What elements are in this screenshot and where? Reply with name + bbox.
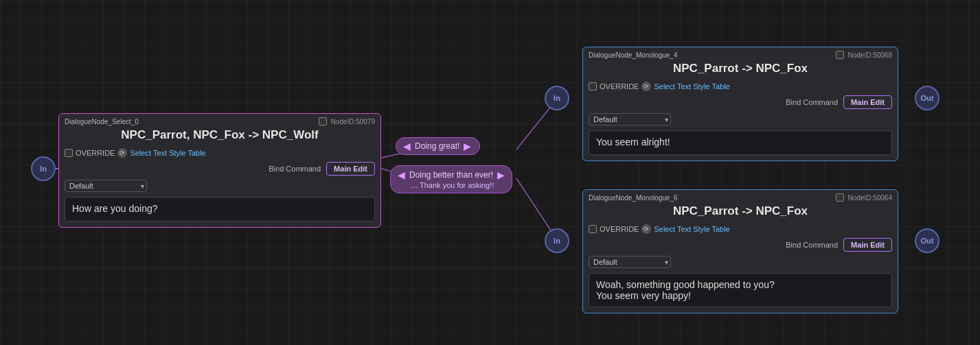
select-bind-command-label: Bind Command (269, 165, 321, 173)
choice-bottom-subtext: ... Thank you for asking!! (398, 181, 494, 189)
mono4-text-style-link[interactable]: Select Text Style Table (654, 82, 729, 91)
mono4-node-title: NPC_Parrot -> NPC_Fox (583, 60, 898, 80)
mono4-default-dropdown[interactable]: Default (589, 113, 671, 126)
mono6-in-connector[interactable]: In (545, 228, 569, 253)
select-text-style-link[interactable]: Select Text Style Table (130, 149, 205, 157)
monologue-6-node: DialogueNode_Monologue_6 NodeID:50064 NP… (582, 189, 898, 313)
select-default-dropdown[interactable]: Default (65, 180, 147, 192)
mono6-default-row: Default (583, 254, 898, 270)
choice-bubble-bottom[interactable]: ◀ Doing better than ever! ▶ ... Thank yo… (390, 165, 512, 193)
select-default-row: Default (59, 178, 380, 194)
mono4-header: DialogueNode_Monologue_4 NodeID:50068 (583, 47, 898, 60)
select-node-title: NPC_Parrot, NPC_Fox -> NPC_Wolf (59, 127, 380, 146)
mono6-node-content: Woah, something good happened to you?You… (589, 273, 892, 307)
select-override-checkbox[interactable] (65, 149, 73, 157)
select-override-icon: ⟳ (117, 148, 127, 158)
select-node-actions: Bind Command Main Edit (59, 160, 380, 178)
mono4-override-row: OVERRIDE ⟳ Select Text Style Table (583, 80, 898, 93)
mono6-override-row: OVERRIDE ⟳ Select Text Style Table (583, 222, 898, 236)
mono6-text-style-link[interactable]: Select Text Style Table (654, 225, 729, 233)
mono6-id-color (836, 193, 844, 202)
mono6-default-dropdown[interactable]: Default (589, 256, 671, 268)
select-node: DialogueNode_Select_0 NodeID:50079 NPC_P… (58, 113, 381, 228)
choice-bottom-arrow-icon: ◀ (398, 169, 405, 180)
mono4-node-id: NodeID:50068 (848, 51, 893, 59)
mono6-out-label: Out (921, 237, 934, 245)
mono4-node-actions: Bind Command Main Edit (583, 93, 898, 111)
select-node-id: NodeID:50079 (331, 118, 376, 126)
select-node-name: DialogueNode_Select_0 (65, 118, 139, 126)
mono6-node-actions: Bind Command Main Edit (583, 236, 898, 254)
connector-in-label: In (40, 165, 47, 173)
mono6-default-dropdown-wrapper[interactable]: Default (589, 256, 671, 268)
select-override-label: OVERRIDE (76, 149, 115, 157)
mono4-out-label: Out (921, 94, 934, 102)
mono4-out-connector[interactable]: Out (915, 86, 939, 110)
mono6-override-icon: ⟳ (641, 224, 651, 234)
mono4-default-row: Default (583, 111, 898, 128)
mono4-main-edit-button[interactable]: Main Edit (843, 95, 892, 109)
mono6-bind-command-label: Bind Command (786, 241, 838, 249)
select-main-edit-button[interactable]: Main Edit (326, 162, 375, 176)
mono6-node-name: DialogueNode_Monologue_6 (589, 194, 678, 202)
mono4-override-label: OVERRIDE (600, 82, 639, 91)
choice-top-right-arrow-icon: ▶ (464, 141, 471, 152)
mono4-default-dropdown-wrapper[interactable]: Default (589, 113, 671, 126)
mono4-override-checkbox[interactable] (589, 82, 597, 91)
mono6-in-label: In (554, 237, 560, 245)
mono4-override-icon: ⟳ (641, 82, 651, 91)
choice-bubble-top[interactable]: ◀ Doing great! ▶ (396, 137, 480, 155)
canvas: In DialogueNode_Select_0 NodeID:50079 NP… (0, 0, 980, 345)
select-node-header: DialogueNode_Select_0 NodeID:50079 (59, 114, 380, 127)
main-in-connector[interactable]: In (31, 156, 56, 181)
mono4-in-connector[interactable]: In (545, 86, 569, 110)
mono6-override-checkbox[interactable] (589, 225, 597, 233)
mono4-node-name: DialogueNode_Monologue_4 (589, 51, 678, 59)
monologue-4-node: DialogueNode_Monologue_4 NodeID:50068 NP… (582, 47, 898, 161)
select-node-override-row: OVERRIDE ⟳ Select Text Style Table (59, 146, 380, 160)
mono6-override-label: OVERRIDE (600, 225, 639, 233)
mono4-node-content: You seem alright! (589, 130, 892, 155)
mono4-bind-command-label: Bind Command (786, 98, 838, 106)
select-node-content: How are you doing? (65, 197, 375, 222)
choice-bottom-right-arrow-icon: ▶ (497, 169, 505, 180)
select-node-id-color (319, 117, 327, 126)
mono4-id-color (836, 51, 844, 59)
choice-top-arrow-icon: ◀ (403, 141, 411, 152)
mono6-out-connector[interactable]: Out (915, 228, 939, 253)
select-default-dropdown-wrapper[interactable]: Default (65, 180, 147, 192)
mono6-node-title: NPC_Parrot -> NPC_Fox (583, 203, 898, 222)
mono6-node-id: NodeID:50064 (848, 194, 893, 202)
choice-top-text: Doing great! (415, 141, 459, 151)
mono6-header: DialogueNode_Monologue_6 NodeID:50064 (583, 190, 898, 203)
mono6-main-edit-button[interactable]: Main Edit (843, 238, 892, 252)
mono4-in-label: In (554, 94, 560, 102)
choice-bottom-text: Doing better than ever! (409, 170, 493, 180)
